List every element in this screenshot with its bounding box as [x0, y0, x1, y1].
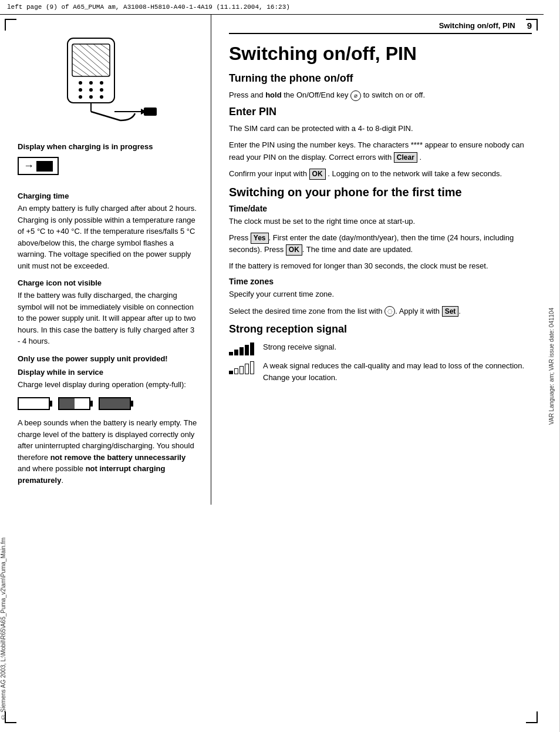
nav-circle-icon: ◌ — [384, 306, 395, 317]
signal-weak-text: A weak signal reduces the call-quality a… — [263, 360, 532, 384]
subsec1-text3: If the battery is removed for longer tha… — [229, 260, 532, 272]
corner-mark-tr — [526, 19, 538, 31]
corner-mark-tl — [5, 19, 16, 31]
battery-display — [18, 397, 199, 410]
signal-weak-row: A weak signal reduces the call-quality a… — [229, 360, 532, 384]
battery-fill-icon — [36, 161, 53, 172]
svg-point-15 — [89, 88, 93, 92]
ok-key-badge-2: OK — [286, 244, 302, 256]
charge-icon-title: Charge icon not visible — [18, 278, 199, 287]
section2-heading: Enter PIN — [229, 106, 532, 118]
subsec2-text1: Specify your current time zone. — [229, 288, 532, 300]
right-column: Switching on/off, PIN 9 Switching on/off… — [211, 15, 544, 505]
svg-line-6 — [100, 44, 110, 51]
svg-rect-24 — [144, 108, 157, 116]
subsec1-text1: The clock must be set to the right time … — [229, 216, 532, 227]
arrow-icon: → — [23, 160, 34, 172]
signal-strong-row: Strong receive signal. — [229, 341, 532, 355]
side-label: VAR Language: am; VAR issue date: 041104 — [544, 0, 560, 732]
display-service-title: Display while in service — [18, 368, 199, 377]
ok-key-badge: OK — [309, 169, 326, 180]
subsec2-heading: Time zones — [229, 277, 532, 286]
section2-text4: Confirm your input with OK . Logging on … — [229, 168, 532, 180]
section3-heading: Switching on your phone for the first ti… — [229, 186, 532, 199]
charging-icon: → — [18, 157, 59, 175]
charger-illustration — [50, 32, 167, 132]
signal-section: Strong receive signal. A weak signal red… — [229, 341, 532, 384]
page-header-title: Switching on/off, PIN — [439, 21, 515, 30]
svg-point-11 — [79, 81, 82, 85]
svg-line-10 — [72, 70, 83, 76]
svg-point-12 — [89, 81, 93, 85]
svg-line-9 — [72, 63, 90, 76]
phone-image — [18, 32, 199, 134]
display-caption: Display when charging is in progress — [18, 142, 199, 151]
chapter-title: Switching on/off, PIN — [229, 43, 532, 64]
svg-point-14 — [79, 88, 82, 92]
battery-half-fill — [59, 398, 75, 409]
signal-strong-icon — [229, 343, 255, 355]
display-service-section: Display while in service Charge level di… — [18, 368, 199, 391]
svg-line-4 — [86, 44, 110, 63]
charging-time-title: Charging time — [18, 192, 199, 200]
section2-text1: The SIM card can be protected with a 4- … — [229, 123, 532, 135]
svg-point-19 — [100, 95, 103, 99]
display-service-text: Charge level display during operation (e… — [18, 379, 199, 391]
charging-icon-container: → — [18, 157, 199, 183]
left-column: Display when charging is in progress → C… — [0, 15, 211, 505]
svg-point-18 — [89, 95, 93, 99]
svg-point-16 — [100, 88, 103, 92]
svg-line-21 — [91, 112, 120, 120]
subsec1-text2: Press Yes. First enter the date (day/mon… — [229, 232, 532, 256]
yes-key-badge: Yes — [251, 233, 269, 244]
svg-line-5 — [93, 44, 110, 57]
section1-text: Press and hold the On/Off/End key ⌀ to s… — [229, 89, 532, 101]
svg-point-17 — [79, 95, 82, 99]
battery-half-icon — [58, 397, 90, 410]
svg-line-8 — [72, 57, 97, 76]
battery-empty-icon — [18, 397, 50, 410]
top-header: left page (9) of A65_PUMA am, A31008-H58… — [0, 0, 560, 15]
signal-strong-text: Strong receive signal. — [263, 341, 336, 353]
section4-heading: Strong reception signal — [229, 323, 532, 335]
page-header: Switching on/off, PIN 9 — [229, 21, 532, 34]
clear-key-badge: Clear — [394, 152, 417, 163]
corner-mark-br — [526, 711, 538, 723]
section1-heading: Turning the phone on/off — [229, 72, 532, 85]
only-use-title: Only use the power supply unit provided! — [18, 354, 199, 363]
set-key-badge: Set — [442, 306, 459, 317]
charging-time-text: An empty battery is fully charged after … — [18, 203, 199, 271]
signal-weak-icon — [229, 361, 255, 374]
subsec1-heading: Time/date — [229, 204, 532, 213]
onoff-key-icon: ⌀ — [350, 90, 361, 101]
svg-point-13 — [100, 81, 103, 85]
battery-full-icon — [99, 397, 131, 410]
section2-text2: Enter the PIN using the number keys. The… — [229, 139, 532, 163]
subsec2-text2: Select the desired time zone from the li… — [229, 305, 532, 317]
copyright: © Siemens AG 2003, L:\Mobil\R65\A65_Puma… — [0, 538, 18, 720]
bottom-text: A beep sounds when the battery is nearly… — [18, 417, 199, 486]
charge-icon-text: If the battery was fully discharged, the… — [18, 290, 199, 347]
main-content: Display when charging is in progress → C… — [0, 15, 544, 505]
